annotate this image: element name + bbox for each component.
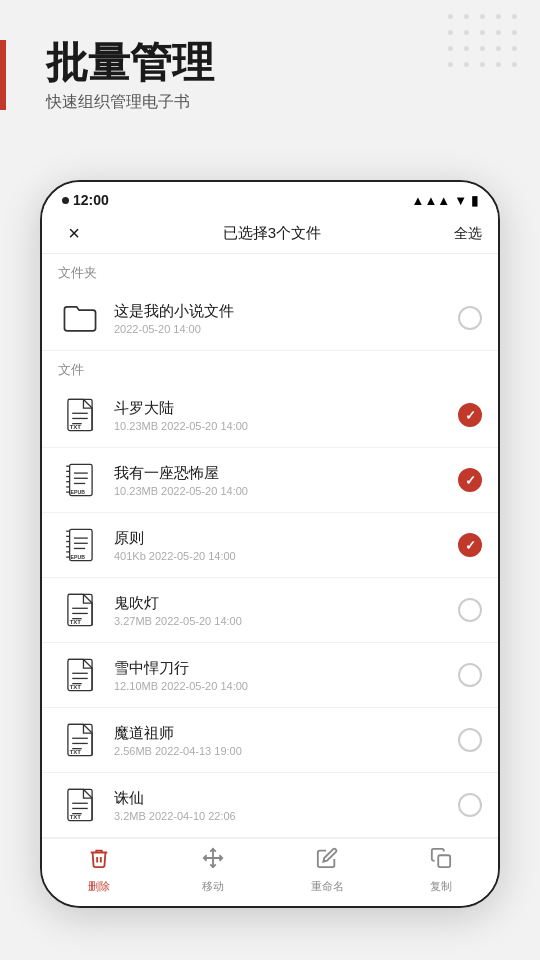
banner-title: 批量管理 <box>46 40 510 86</box>
signal-icon: ▲▲▲ <box>412 193 451 208</box>
file-name: 斗罗大陆 <box>114 399 458 418</box>
file-info: 魔道祖师2.56MB 2022-04-13 19:00 <box>114 724 458 757</box>
list-item[interactable]: TXT 魔道祖师2.56MB 2022-04-13 19:00 <box>42 708 498 773</box>
file-meta: 12.10MB 2022-05-20 14:00 <box>114 680 458 692</box>
svg-text:TXT: TXT <box>70 619 82 625</box>
select-all-button[interactable]: 全选 <box>454 225 482 243</box>
file-name: 原则 <box>114 529 458 548</box>
svg-text:EPUB: EPUB <box>71 489 86 495</box>
list-item[interactable]: TXT 斗罗大陆10.23MB 2022-05-20 14:00 <box>42 383 498 448</box>
file-name: 雪中悍刀行 <box>114 659 458 678</box>
svg-text:TXT: TXT <box>70 684 82 690</box>
svg-text:EPUB: EPUB <box>71 554 86 560</box>
battery-icon: ▮ <box>471 193 478 208</box>
topbar: × 已选择3个文件 全选 <box>42 214 498 254</box>
file-name: 诛仙 <box>114 789 458 808</box>
txt-icon: TXT <box>58 783 102 827</box>
file-checkbox[interactable] <box>458 598 482 622</box>
file-name: 魔道祖师 <box>114 724 458 743</box>
list-item[interactable]: TXT 鬼吹灯3.27MB 2022-05-20 14:00 <box>42 578 498 643</box>
file-meta: 3.27MB 2022-05-20 14:00 <box>114 615 458 627</box>
svg-rect-49 <box>438 855 450 867</box>
status-time: 12:00 <box>73 192 109 208</box>
file-info: 这是我的小说文件2022-05-20 14:00 <box>114 302 458 335</box>
file-checkbox[interactable] <box>458 728 482 752</box>
content-area: 文件夹 这是我的小说文件2022-05-20 14:00文件 TXT 斗罗大陆1… <box>42 254 498 838</box>
move-icon <box>202 847 224 875</box>
banner: 批量管理 快速组织管理电子书 <box>0 0 540 180</box>
epub-icon: EPUB <box>58 458 102 502</box>
svg-text:TXT: TXT <box>70 424 82 430</box>
wifi-icon: ▼ <box>454 193 467 208</box>
file-meta: 2.56MB 2022-04-13 19:00 <box>114 745 458 757</box>
trash-icon <box>88 847 110 875</box>
file-checkbox[interactable] <box>458 663 482 687</box>
list-item[interactable]: 这是我的小说文件2022-05-20 14:00 <box>42 286 498 351</box>
txt-icon: TXT <box>58 393 102 437</box>
file-name: 这是我的小说文件 <box>114 302 458 321</box>
delete-toolbar-button[interactable]: 删除 <box>42 847 156 894</box>
file-name: 我有一座恐怖屋 <box>114 464 458 483</box>
rename-toolbar-button[interactable]: 重命名 <box>270 847 384 894</box>
file-checkbox[interactable] <box>458 403 482 427</box>
move-toolbar-button[interactable]: 移动 <box>156 847 270 894</box>
section-header: 文件 <box>42 351 498 383</box>
dot-grid-decoration <box>448 14 522 72</box>
banner-accent <box>0 40 6 110</box>
phone-mockup: 12:00 ▲▲▲ ▼ ▮ × 已选择3个文件 全选 文件夹 这是我的小说文件2… <box>40 180 500 908</box>
section-header: 文件夹 <box>42 254 498 286</box>
notch-dot <box>62 197 69 204</box>
rename-label: 重命名 <box>311 879 344 894</box>
status-icons: ▲▲▲ ▼ ▮ <box>412 193 478 208</box>
list-item[interactable]: TXT 诛仙3.2MB 2022-04-10 22:06 <box>42 773 498 838</box>
status-bar: 12:00 ▲▲▲ ▼ ▮ <box>42 182 498 214</box>
banner-subtitle: 快速组织管理电子书 <box>46 92 510 113</box>
copy-label: 复制 <box>430 879 452 894</box>
file-meta: 10.23MB 2022-05-20 14:00 <box>114 420 458 432</box>
list-item[interactable]: TXT 雪中悍刀行12.10MB 2022-05-20 14:00 <box>42 643 498 708</box>
close-button[interactable]: × <box>58 222 90 245</box>
delete-label: 删除 <box>88 879 110 894</box>
file-name: 鬼吹灯 <box>114 594 458 613</box>
move-label: 移动 <box>202 879 224 894</box>
notch: 12:00 <box>62 192 109 208</box>
rename-icon <box>316 847 338 875</box>
file-info: 斗罗大陆10.23MB 2022-05-20 14:00 <box>114 399 458 432</box>
txt-icon: TXT <box>58 653 102 697</box>
file-info: 原则401Kb 2022-05-20 14:00 <box>114 529 458 562</box>
copy-icon <box>430 847 452 875</box>
txt-icon: TXT <box>58 588 102 632</box>
file-meta: 3.2MB 2022-04-10 22:06 <box>114 810 458 822</box>
file-checkbox[interactable] <box>458 306 482 330</box>
svg-text:TXT: TXT <box>70 749 82 755</box>
folder-icon <box>58 296 102 340</box>
file-info: 诛仙3.2MB 2022-04-10 22:06 <box>114 789 458 822</box>
bottom-toolbar: 删除移动重命名复制 <box>42 838 498 906</box>
file-checkbox[interactable] <box>458 533 482 557</box>
file-meta: 401Kb 2022-05-20 14:00 <box>114 550 458 562</box>
file-checkbox[interactable] <box>458 468 482 492</box>
list-item[interactable]: EPUB 我有一座恐怖屋10.23MB 2022-05-20 14:00 <box>42 448 498 513</box>
file-checkbox[interactable] <box>458 793 482 817</box>
txt-icon: TXT <box>58 718 102 762</box>
file-info: 鬼吹灯3.27MB 2022-05-20 14:00 <box>114 594 458 627</box>
file-info: 我有一座恐怖屋10.23MB 2022-05-20 14:00 <box>114 464 458 497</box>
topbar-title: 已选择3个文件 <box>223 224 321 243</box>
file-meta: 10.23MB 2022-05-20 14:00 <box>114 485 458 497</box>
svg-text:TXT: TXT <box>70 814 82 820</box>
list-item[interactable]: EPUB 原则401Kb 2022-05-20 14:00 <box>42 513 498 578</box>
epub-icon: EPUB <box>58 523 102 567</box>
copy-toolbar-button[interactable]: 复制 <box>384 847 498 894</box>
file-meta: 2022-05-20 14:00 <box>114 323 458 335</box>
file-info: 雪中悍刀行12.10MB 2022-05-20 14:00 <box>114 659 458 692</box>
